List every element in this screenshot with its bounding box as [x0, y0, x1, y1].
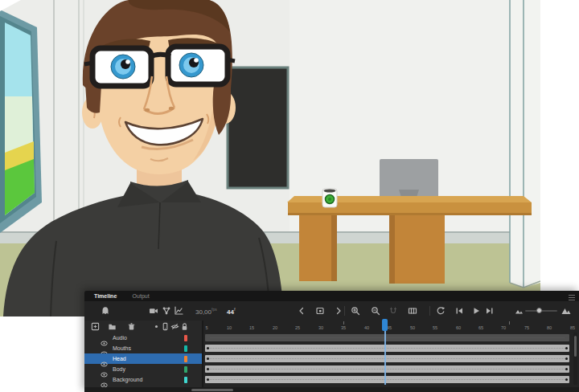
camera-icon[interactable]: [149, 306, 158, 316]
ruler-tick-15: 15: [247, 325, 257, 330]
keyframe-dot: [207, 347, 209, 349]
panel-menu-icon[interactable]: [569, 293, 575, 299]
lane-mouths[interactable]: [203, 343, 579, 353]
track-visibility-icon[interactable]: [101, 377, 108, 382]
lane-body[interactable]: [203, 364, 579, 374]
keyframe-dot: [565, 368, 568, 370]
previous-frame-icon[interactable]: [454, 306, 464, 316]
zoom-out-icon[interactable]: [371, 306, 380, 316]
track-visibility-icon[interactable]: [101, 356, 108, 361]
device-icon[interactable]: [161, 322, 170, 331]
add-track-icon[interactable]: [91, 322, 100, 331]
keyframe-dot: [207, 357, 209, 360]
screenshot-root: TimelineOutput 30,00fps 44f: [0, 0, 579, 392]
lane-bar-mouths[interactable]: [205, 345, 569, 353]
horizontal-scrollbar[interactable]: [84, 387, 579, 392]
lane-bar-background[interactable]: [205, 376, 569, 384]
timeline-toolbar: 30,00fps 44f: [84, 301, 579, 321]
ruler-tick-25: 25: [293, 325, 303, 330]
window-illustration: [0, 0, 42, 233]
ruler-tick-85: 85: [567, 325, 577, 330]
track-visibility-icon[interactable]: [101, 345, 108, 351]
zoom-large-icon: [561, 306, 571, 316]
track-row-background[interactable]: Background: [84, 374, 202, 385]
tab-timeline[interactable]: Timeline: [94, 291, 117, 301]
ruler-tick-75: 75: [521, 325, 532, 330]
chalkboard: [228, 67, 288, 188]
horizontal-scrollbar-handle[interactable]: [191, 389, 233, 391]
lane-audio[interactable]: [203, 333, 579, 343]
record-dot-icon[interactable]: [152, 322, 161, 331]
previous-keyframe-icon[interactable]: [297, 306, 306, 316]
snap-icon[interactable]: [388, 306, 398, 316]
fit-timeline-icon[interactable]: [408, 306, 417, 316]
current-frame-icon[interactable]: [315, 306, 325, 316]
wall-corner: [510, 0, 540, 288]
folder-icon[interactable]: [108, 322, 117, 331]
ruler-tick-55: 55: [430, 325, 441, 330]
keyframe-dot: [207, 368, 209, 370]
scene-preview: [0, 0, 540, 316]
track-label: Head: [113, 353, 126, 364]
lane-background[interactable]: [203, 374, 579, 385]
playhead-handle[interactable]: [382, 319, 388, 331]
ruler-tick-50: 50: [407, 325, 417, 330]
frame-rate-display[interactable]: 30,00fps: [195, 307, 217, 316]
keyframe-dot: [565, 357, 568, 360]
track-row-head[interactable]: Head: [84, 353, 202, 364]
next-frame-icon[interactable]: [485, 306, 495, 316]
ruler-tick-35: 35: [339, 325, 349, 330]
next-keyframe-icon[interactable]: [334, 306, 343, 316]
track-label: Audio: [113, 333, 127, 343]
track-visibility-icon[interactable]: [101, 366, 108, 372]
track-label: Mouths: [113, 343, 131, 353]
keyframe-dot: [565, 347, 568, 349]
timeline-ruler[interactable]: 510152025303540455055606570758085: [203, 321, 579, 333]
ruler-tick-40: 40: [361, 325, 372, 330]
ruler-tick-65: 65: [475, 325, 486, 330]
track-label: Body: [113, 364, 125, 374]
zoom-slider-knob[interactable]: [536, 308, 542, 313]
track-color-chip: [184, 345, 187, 352]
panel-tab-bar: TimelineOutput: [84, 291, 579, 302]
tab-output[interactable]: Output: [133, 291, 150, 301]
ruler-tick-5: 5: [201, 325, 211, 330]
loop-playback-icon[interactable]: [436, 306, 446, 316]
track-label: Background: [113, 374, 142, 385]
track-header-column: AudioMouthsHeadBodyBackground: [84, 321, 203, 392]
track-row-body[interactable]: Body: [84, 364, 202, 374]
track-row-audio[interactable]: Audio: [84, 333, 202, 343]
coffee-mug: [322, 189, 337, 207]
delete-icon[interactable]: [127, 322, 136, 331]
ruler-tick-80: 80: [544, 325, 555, 330]
lane-bar-body[interactable]: [205, 365, 569, 374]
track-row-mouths[interactable]: Mouths: [84, 343, 202, 353]
rig-icon[interactable]: [162, 306, 171, 316]
timeline-lanes[interactable]: [203, 333, 579, 385]
track-color-chip: [184, 335, 187, 341]
current-frame-display[interactable]: 44f: [227, 307, 236, 316]
keyframe-dot: [207, 378, 209, 381]
track-visibility-icon[interactable]: [101, 335, 108, 341]
timeline-zoom-slider[interactable]: [525, 310, 557, 312]
lane-head[interactable]: [203, 353, 579, 364]
zoom-in-icon[interactable]: [351, 306, 360, 316]
track-color-chip: [184, 377, 187, 383]
lane-bar-head[interactable]: [205, 355, 569, 363]
zoom-small-icon: [514, 306, 524, 316]
ruler-tick-30: 30: [315, 325, 326, 330]
vertical-scrollbar[interactable]: [573, 333, 577, 385]
ruler-tick-60: 60: [453, 325, 463, 330]
puppet-icon[interactable]: [101, 306, 110, 316]
lane-bar-audio[interactable]: [205, 334, 569, 342]
ruler-tick-10: 10: [224, 325, 235, 330]
play-icon[interactable]: [471, 306, 481, 316]
track-color-chip: [184, 356, 187, 362]
hide-icon[interactable]: [170, 322, 179, 331]
graph-icon[interactable]: [174, 306, 183, 316]
playhead-line: [384, 330, 386, 385]
keyframe-dot: [565, 378, 568, 381]
timeline-panel: TimelineOutput 30,00fps 44f: [84, 291, 579, 392]
ruler-tick-20: 20: [269, 325, 280, 330]
lock-icon[interactable]: [180, 322, 189, 331]
